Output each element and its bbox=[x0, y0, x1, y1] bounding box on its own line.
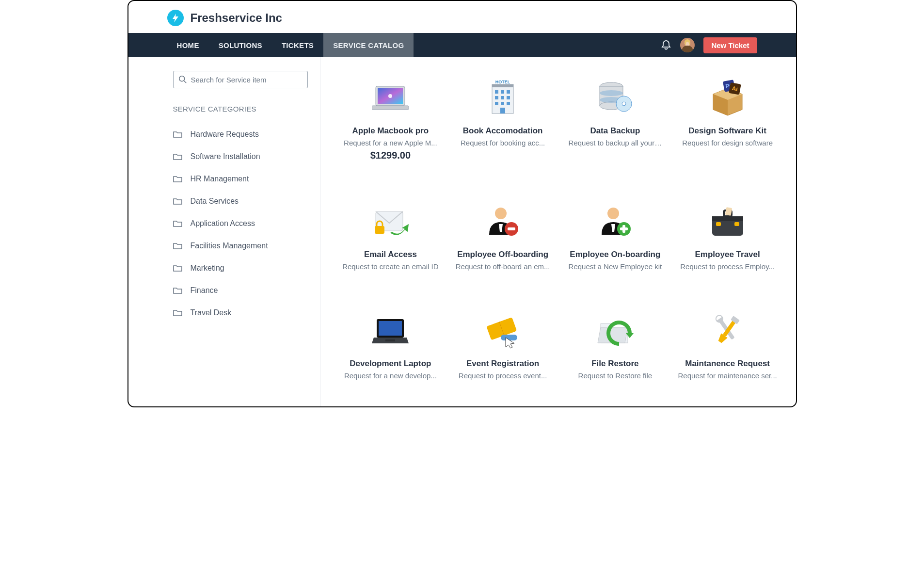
catalog-item-maintanence-request[interactable]: Maintanence Request Request for maintena… bbox=[674, 307, 781, 397]
search-input[interactable] bbox=[191, 76, 303, 84]
folder-icon bbox=[173, 308, 183, 318]
catalog-item-file-restore[interactable]: File Restore Request to Restore file bbox=[561, 307, 669, 397]
folder-icon bbox=[173, 196, 183, 206]
new-ticket-button[interactable]: New Ticket bbox=[703, 37, 757, 53]
category-application-access[interactable]: Application Access bbox=[173, 216, 320, 231]
catalog-item-design-software-kit[interactable]: Design Software Kit Request for design s… bbox=[674, 74, 781, 178]
category-label: Software Installation bbox=[191, 152, 260, 161]
catalog-item-desc: Request to off-board an em... bbox=[456, 262, 550, 271]
hotel-icon bbox=[476, 74, 529, 122]
sidebar: SERVICE CATEGORIES Hardware Requests Sof… bbox=[128, 57, 320, 406]
catalog-item-desc: Request a New Employee kit bbox=[569, 262, 662, 271]
catalog-item-desc: Request for a new Apple M... bbox=[344, 139, 437, 147]
catalog-item-data-backup[interactable]: Data Backup Request to backup all your… bbox=[561, 74, 669, 178]
catalog-item-title: Employee On-boarding bbox=[570, 250, 660, 259]
category-facilities-management[interactable]: Facilities Management bbox=[173, 238, 320, 254]
search-icon bbox=[178, 75, 187, 84]
folder-icon bbox=[173, 152, 183, 161]
catalog-item-title: Data Backup bbox=[590, 126, 640, 136]
catalog-item-desc: Request for design software bbox=[682, 139, 773, 147]
catalog-item-desc: Request to process event... bbox=[459, 371, 547, 380]
design-box-icon bbox=[701, 74, 754, 122]
database-disc-icon bbox=[589, 74, 642, 122]
category-travel-desk[interactable]: Travel Desk bbox=[173, 305, 320, 321]
brand-header: Freshservice Inc bbox=[128, 1, 796, 33]
catalog-item-book-accomodation[interactable]: Book Accomodation Request for booking ac… bbox=[449, 74, 557, 178]
folder-icon bbox=[173, 174, 183, 184]
catalog-item-email-access[interactable]: Email Access Request to create an email … bbox=[337, 197, 445, 288]
catalog-item-price: $1299.00 bbox=[370, 150, 411, 161]
folder-icon bbox=[173, 129, 183, 139]
catalog-item-title: Design Software Kit bbox=[688, 126, 766, 136]
category-hardware-requests[interactable]: Hardware Requests bbox=[173, 127, 320, 142]
catalog-item-title: Book Accomodation bbox=[463, 126, 543, 136]
catalog-item-title: Development Laptop bbox=[350, 359, 431, 369]
catalog-item-title: Employee Travel bbox=[695, 250, 760, 259]
mail-lock-icon bbox=[364, 197, 417, 246]
category-data-services[interactable]: Data Services bbox=[173, 194, 320, 209]
catalog-item-desc: Request to create an email ID bbox=[342, 262, 438, 271]
category-marketing[interactable]: Marketing bbox=[173, 260, 320, 276]
folder-icon bbox=[173, 286, 183, 295]
catalog-item-desc: Request to process Employ... bbox=[680, 262, 775, 271]
nav-home[interactable]: HOME bbox=[167, 33, 209, 57]
catalog-item-desc: Request for maintenance ser... bbox=[678, 371, 777, 380]
category-finance[interactable]: Finance bbox=[173, 283, 320, 298]
category-label: Data Services bbox=[191, 197, 239, 206]
briefcase-icon bbox=[701, 197, 754, 246]
categories-heading: SERVICE CATEGORIES bbox=[173, 105, 320, 113]
catalog-item-title: Apple Macbook pro bbox=[352, 126, 429, 136]
person-plus-icon bbox=[589, 197, 642, 246]
category-label: Travel Desk bbox=[191, 308, 232, 317]
catalog-item-title: Event Registration bbox=[466, 359, 539, 369]
catalog-item-title: File Restore bbox=[591, 359, 638, 369]
nav-tickets[interactable]: TICKETS bbox=[272, 33, 323, 57]
folder-icon bbox=[173, 263, 183, 273]
category-label: Hardware Requests bbox=[191, 130, 259, 139]
catalog-item-title: Employee Off-boarding bbox=[457, 250, 548, 259]
catalog-grid: Apple Macbook pro Request for a new Appl… bbox=[320, 57, 796, 406]
nav-service-catalog[interactable]: SERVICE CATALOG bbox=[323, 33, 414, 57]
dev-laptop-icon bbox=[364, 307, 417, 355]
ticket-click-icon bbox=[476, 307, 529, 355]
category-label: Application Access bbox=[191, 219, 255, 228]
catalog-item-development-laptop[interactable]: Development Laptop Request for a new dev… bbox=[337, 307, 445, 397]
catalog-item-desc: Request to backup all your… bbox=[569, 139, 662, 147]
catalog-item-apple-macbook-pro[interactable]: Apple Macbook pro Request for a new Appl… bbox=[337, 74, 445, 178]
catalog-item-desc: Request for a new develop... bbox=[344, 371, 437, 380]
catalog-item-desc: Request for booking acc... bbox=[461, 139, 545, 147]
catalog-item-employee-travel[interactable]: Employee Travel Request to process Emplo… bbox=[674, 197, 781, 288]
search-wrap[interactable] bbox=[173, 71, 308, 88]
catalog-item-event-registration[interactable]: Event Registration Request to process ev… bbox=[449, 307, 557, 397]
category-hr-management[interactable]: HR Management bbox=[173, 171, 320, 187]
nav-solutions[interactable]: SOLUTIONS bbox=[209, 33, 272, 57]
category-label: Finance bbox=[191, 286, 218, 295]
notifications-icon[interactable] bbox=[661, 40, 671, 50]
folder-icon bbox=[173, 219, 183, 228]
catalog-item-desc: Request to Restore file bbox=[578, 371, 653, 380]
person-minus-icon bbox=[476, 197, 529, 246]
folder-icon bbox=[173, 241, 183, 251]
catalog-item-title: Email Access bbox=[364, 250, 417, 259]
macbook-icon bbox=[364, 74, 417, 122]
category-label: Facilities Management bbox=[191, 242, 268, 250]
category-label: Marketing bbox=[191, 264, 224, 273]
catalog-item-employee-offboarding[interactable]: Employee Off-boarding Request to off-boa… bbox=[449, 197, 557, 288]
category-label: HR Management bbox=[191, 175, 249, 183]
main-nav: HOME SOLUTIONS TICKETS SERVICE CATALOG N… bbox=[128, 33, 796, 57]
catalog-item-title: Maintanence Request bbox=[685, 359, 770, 369]
tools-icon bbox=[701, 307, 754, 355]
brand-logo bbox=[167, 10, 184, 26]
category-software-installation[interactable]: Software Installation bbox=[173, 149, 320, 164]
categories-list: Hardware Requests Software Installation … bbox=[173, 127, 320, 321]
brand-name: Freshservice Inc bbox=[191, 11, 282, 25]
user-avatar[interactable] bbox=[680, 38, 695, 52]
catalog-item-employee-onboarding[interactable]: Employee On-boarding Request a New Emplo… bbox=[561, 197, 669, 288]
folder-restore-icon bbox=[589, 307, 642, 355]
